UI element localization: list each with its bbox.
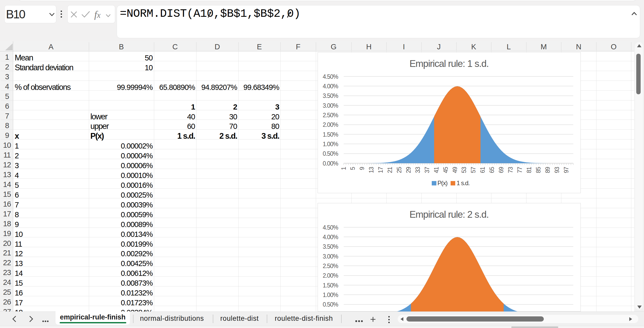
svg-text:33: 33: [414, 167, 421, 173]
svg-text:3.00%: 3.00%: [323, 102, 338, 109]
svg-text:1.50%: 1.50%: [323, 282, 338, 289]
svg-text:2.50%: 2.50%: [323, 263, 338, 269]
svg-text:Empirical rule: 1 s.d.: Empirical rule: 1 s.d.: [410, 58, 489, 69]
svg-text:3.00%: 3.00%: [323, 253, 338, 260]
svg-text:1 s.d.: 1 s.d.: [457, 179, 469, 186]
svg-text:45: 45: [442, 167, 449, 173]
svg-text:41: 41: [433, 167, 440, 173]
svg-text:49: 49: [452, 167, 458, 173]
svg-text:73: 73: [507, 167, 514, 173]
svg-text:2.00%: 2.00%: [323, 121, 338, 128]
svg-text:Empirical rule: 2 s.d.: Empirical rule: 2 s.d.: [410, 209, 489, 220]
svg-text:69: 69: [498, 167, 505, 173]
svg-text:1.00%: 1.00%: [323, 292, 338, 298]
svg-text:4.00%: 4.00%: [323, 83, 338, 90]
svg-text:1.00%: 1.00%: [323, 141, 338, 147]
svg-text:0.00%: 0.00%: [323, 160, 338, 167]
svg-text:2.50%: 2.50%: [323, 112, 338, 119]
svg-text:4.00%: 4.00%: [323, 234, 338, 240]
svg-text:97: 97: [563, 167, 570, 173]
svg-text:0.50%: 0.50%: [323, 301, 338, 308]
svg-text:17: 17: [377, 167, 384, 173]
svg-text:57: 57: [470, 167, 477, 173]
svg-text:3.50%: 3.50%: [323, 243, 338, 250]
svg-text:1.50%: 1.50%: [323, 131, 338, 138]
svg-text:93: 93: [554, 167, 560, 173]
svg-text:2.00%: 2.00%: [323, 272, 338, 279]
svg-text:53: 53: [461, 167, 467, 173]
svg-text:37: 37: [424, 167, 430, 173]
svg-text:9: 9: [359, 167, 365, 170]
svg-text:1: 1: [340, 167, 347, 170]
svg-text:13: 13: [368, 167, 375, 173]
svg-text:81: 81: [526, 167, 532, 173]
svg-text:3.50%: 3.50%: [323, 92, 338, 99]
svg-text:77: 77: [516, 167, 523, 173]
svg-text:29: 29: [405, 167, 412, 173]
svg-text:0.50%: 0.50%: [323, 150, 338, 157]
svg-text:89: 89: [544, 167, 551, 173]
svg-text:61: 61: [479, 167, 486, 173]
svg-text:4.50%: 4.50%: [323, 73, 338, 80]
svg-text:65: 65: [489, 167, 495, 173]
svg-text:P(x): P(x): [437, 179, 447, 186]
svg-text:4.50%: 4.50%: [323, 224, 338, 231]
svg-text:85: 85: [535, 167, 542, 173]
svg-text:25: 25: [396, 167, 403, 173]
svg-text:21: 21: [387, 167, 393, 173]
svg-text:5: 5: [349, 167, 356, 170]
